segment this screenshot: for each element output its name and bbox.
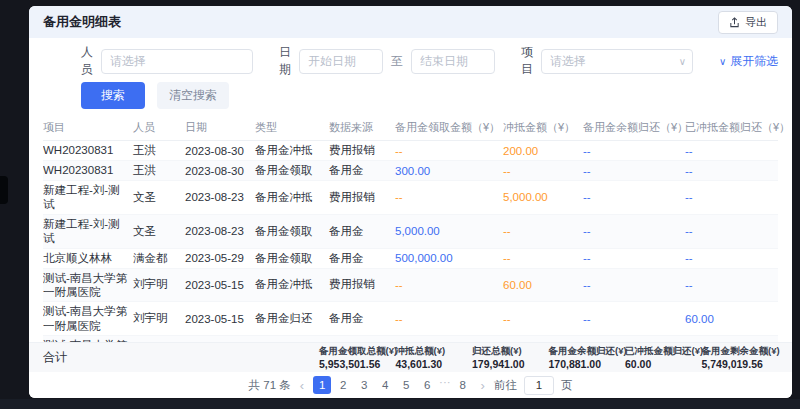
prev-page-icon[interactable]: ‹	[298, 378, 306, 393]
summary-item-label: 备用金领取总额(¥)	[319, 345, 396, 358]
expand-filter-label: 展开筛选	[730, 53, 778, 70]
page-number-5[interactable]: 5	[397, 376, 415, 394]
cell-source: 费用报销	[329, 277, 395, 292]
page-number-3[interactable]: 3	[355, 376, 373, 394]
page-ellipsis: ···	[439, 376, 451, 394]
date-end-input[interactable]	[411, 49, 495, 74]
cell-amount: 500,000.00	[395, 252, 503, 264]
expand-filter-link[interactable]: ∨ 展开筛选	[719, 53, 778, 70]
summary-row: 合计 备用金领取总额(¥)5,953,501.56冲抵总额(¥)43,601.3…	[29, 342, 792, 372]
summary-item-label: 已冲抵金额归还(¥)	[625, 345, 702, 358]
cell-offset-return: --	[685, 252, 778, 264]
cell-type: 备用金归还	[255, 311, 329, 326]
chevron-down-icon: ∨	[679, 56, 686, 67]
cell-balance-return: --	[583, 165, 685, 177]
cell-source: 备用金	[329, 224, 395, 239]
page-number-list: 123456···8	[313, 376, 472, 394]
summary-item: 归还总额(¥)179,941.00	[472, 345, 549, 370]
cell-offset-return: --	[685, 225, 778, 237]
page-number-1[interactable]: 1	[313, 376, 331, 394]
page-number-2[interactable]: 2	[334, 376, 352, 394]
cell-balance-return: --	[583, 313, 685, 325]
table-row: 北京顺义林林满金都2023-05-29备用金领取备用金500,000.00---…	[43, 249, 778, 269]
summary-item-value: 179,941.00	[472, 358, 549, 370]
cell-type: 备用金冲抵	[255, 143, 329, 158]
cell-type: 备用金冲抵	[255, 190, 329, 205]
cell-person: 文圣	[133, 190, 185, 205]
col-project: 项目	[43, 121, 133, 135]
goto-label: 前往	[494, 378, 517, 393]
date-filter-group: 日期 至	[279, 44, 495, 78]
cell-date: 2023-05-15	[185, 313, 255, 325]
project-filter-select[interactable]: ∨	[541, 49, 693, 74]
date-filter-label: 日期	[279, 44, 291, 78]
project-filter-input[interactable]	[541, 49, 693, 74]
col-amount: 备用金领取金额（¥）	[395, 120, 503, 135]
cell-offset: --	[503, 225, 583, 237]
clear-search-button[interactable]: 清空搜索	[157, 82, 229, 109]
cell-source: 费用报销	[329, 143, 395, 158]
page-number-8[interactable]: 8	[454, 376, 472, 394]
cell-type: 备用金领取	[255, 251, 329, 266]
col-date: 日期	[185, 120, 255, 135]
goto-page-input[interactable]	[524, 376, 554, 395]
cell-amount: 5,000.00	[395, 225, 503, 237]
cell-date: 2023-05-15	[185, 279, 255, 291]
col-type: 类型	[255, 120, 329, 135]
cell-source: 费用报销	[329, 190, 395, 205]
cell-offset: 5,000.00	[503, 191, 583, 203]
page-title: 备用金明细表	[43, 13, 121, 31]
page-number-4[interactable]: 4	[376, 376, 394, 394]
chevron-down-icon: ∨	[719, 56, 726, 67]
cell-balance-return: --	[583, 252, 685, 264]
titlebar: 备用金明细表 导出	[29, 6, 792, 38]
cell-date: 2023-08-30	[185, 165, 255, 177]
cell-source: 备用金	[329, 163, 395, 178]
export-button[interactable]: 导出	[718, 11, 778, 34]
goto-suffix: 页	[561, 378, 573, 393]
cell-offset-return: --	[685, 165, 778, 177]
cell-amount: --	[395, 145, 503, 157]
summary-item-label: 备用金余额归还(¥)	[549, 345, 626, 358]
cell-amount: --	[395, 313, 503, 325]
summary-item: 备用金剩余金额(¥)5,749,019.56	[702, 345, 779, 370]
summary-item: 冲抵总额(¥)43,601.30	[396, 345, 473, 370]
cell-person: 王洪	[133, 143, 185, 158]
date-start-input[interactable]	[299, 49, 383, 74]
table-body: WH20230831王洪2023-08-30备用金冲抵费用报销--200.00-…	[43, 141, 778, 342]
search-button[interactable]: 搜索	[81, 82, 145, 109]
cell-project: 北京顺义林林	[43, 251, 133, 265]
page-number-6[interactable]: 6	[418, 376, 436, 394]
cell-person: 刘宇明	[133, 311, 185, 326]
table-row: 新建工程-刘-测试文圣2023-08-23备用金领取备用金5,000.00---…	[43, 215, 778, 249]
table-row: 测试-南昌大学第一附属医院刘宇明2023-05-15备用金归还备用金------…	[43, 302, 778, 336]
cell-date: 2023-08-23	[185, 191, 255, 203]
cell-amount: --	[395, 191, 503, 203]
cell-project: 测试-南昌大学第一附属医院	[43, 304, 133, 333]
col-person: 人员	[133, 120, 185, 135]
summary-item-label: 冲抵总额(¥)	[396, 345, 473, 358]
cell-date: 2023-08-30	[185, 145, 255, 157]
cell-date: 2023-08-23	[185, 225, 255, 237]
next-page-icon[interactable]: ›	[479, 378, 487, 393]
summary-total-label: 合计	[43, 349, 319, 366]
cell-type: 备用金领取	[255, 224, 329, 239]
table-row: 测试-南昌大学第一附属医院刘宇明2023-05-15备用金冲抵费用报销--60.…	[43, 269, 778, 303]
summary-item: 已冲抵金额归还(¥)60.00	[625, 345, 702, 370]
summary-item-value: 170,881.00	[549, 358, 626, 370]
project-filter-label: 项目	[521, 44, 533, 78]
summary-item-label: 备用金剩余金额(¥)	[702, 345, 779, 358]
cell-amount: --	[395, 279, 503, 291]
table-header: 项目人员日期类型数据来源备用金领取金额（¥）冲抵金额（¥）备用金余额归还（¥）已…	[43, 115, 778, 141]
person-filter-label: 人员	[81, 44, 93, 78]
cell-project: 新建工程-刘-测试	[43, 183, 133, 212]
cell-source: 备用金	[329, 311, 395, 326]
col-source: 数据来源	[329, 120, 395, 135]
cell-balance-return: --	[583, 191, 685, 203]
side-drawer-handle[interactable]	[0, 176, 8, 204]
col-offset: 冲抵金额（¥）	[503, 120, 583, 135]
cell-person: 王洪	[133, 163, 185, 178]
cell-offset: 60.00	[503, 279, 583, 291]
date-to-label: 至	[391, 53, 403, 70]
person-filter-input[interactable]	[101, 49, 253, 74]
